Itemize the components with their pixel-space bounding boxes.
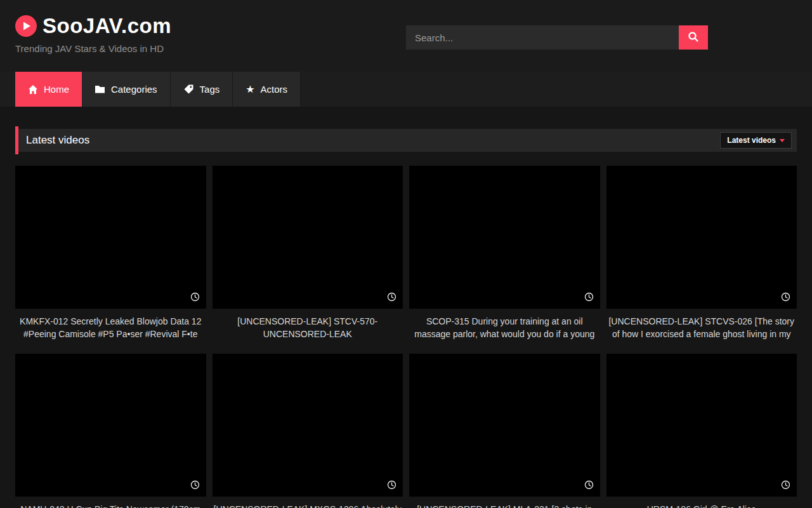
site-logo[interactable]: SooJAV.com Trending JAV Stars & Videos i…: [15, 14, 171, 54]
site-tagline: Trending JAV Stars & Videos in HD: [15, 43, 171, 54]
video-thumbnail[interactable]: [213, 166, 403, 309]
search-form: [406, 25, 708, 50]
video-card[interactable]: [UNCENSORED-LEAK] STCVS-026 [The story o…: [606, 166, 797, 340]
star-icon: ★: [246, 84, 254, 95]
search-icon: [688, 31, 699, 44]
nav-item-label: Tags: [200, 84, 220, 95]
video-thumbnail[interactable]: [213, 354, 403, 497]
main-nav: Home Categories Tags ★ Actors: [0, 72, 812, 107]
video-title[interactable]: [UNCENSORED-LEAK] MXGS-1296 Absolutely: [214, 503, 402, 508]
video-title[interactable]: [UNCENSORED-LEAK] MLA-231 [3 shots in: [410, 503, 599, 508]
clock-icon: [190, 480, 200, 492]
video-thumbnail[interactable]: [409, 354, 600, 497]
site-name: SooJAV.com: [43, 14, 171, 38]
site-header: SooJAV.com Trending JAV Stars & Videos i…: [0, 0, 812, 72]
nav-item-label: Categories: [111, 84, 157, 95]
caret-down-icon: [780, 139, 785, 142]
video-thumbnail[interactable]: [15, 354, 206, 497]
video-card[interactable]: KMKFX-012 Secretly Leaked Blowjob Data 1…: [15, 166, 206, 340]
video-card[interactable]: [UNCENSORED-LEAK] STCV-570-UNCENSORED-LE…: [213, 166, 403, 340]
section-accent-bar: [15, 126, 18, 154]
video-card[interactable]: [UNCENSORED-LEAK] MXGS-1296 Absolutely: [213, 354, 403, 508]
nav-item-label: Actors: [261, 84, 288, 95]
clock-icon: [781, 480, 790, 492]
latest-videos-section-bar: Latest videos Latest videos: [15, 129, 797, 152]
nav-item-tags[interactable]: Tags: [171, 72, 233, 107]
video-title[interactable]: [UNCENSORED-LEAK] STCVS-026 [The story o…: [608, 315, 796, 340]
sort-dropdown-label: Latest videos: [727, 136, 776, 145]
clock-icon: [387, 480, 396, 492]
video-card[interactable]: SCOP-315 During your training at an oil …: [409, 166, 600, 340]
search-button[interactable]: [679, 25, 708, 50]
section-title: Latest videos: [26, 134, 89, 147]
clock-icon: [781, 292, 790, 304]
video-title[interactable]: SCOP-315 During your training at an oil …: [410, 315, 599, 340]
video-grid: KMKFX-012 Secretly Leaked Blowjob Data 1…: [15, 166, 797, 508]
nav-item-actors[interactable]: ★ Actors: [233, 72, 301, 107]
video-card[interactable]: URSM-186 Girl @ Era Alice: [606, 354, 797, 508]
nav-item-categories[interactable]: Categories: [82, 72, 171, 107]
video-card[interactable]: [UNCENSORED-LEAK] MLA-231 [3 shots in: [409, 354, 600, 508]
video-title[interactable]: NAMH-042 H Cup Big Tits Newcomer (170cm …: [16, 503, 205, 508]
search-input[interactable]: [406, 25, 679, 50]
play-logo-icon: [15, 15, 37, 37]
clock-icon: [387, 292, 396, 304]
video-title[interactable]: KMKFX-012 Secretly Leaked Blowjob Data 1…: [16, 315, 205, 340]
sort-dropdown-button[interactable]: Latest videos: [720, 132, 792, 149]
folder-icon: [95, 84, 105, 94]
video-title[interactable]: URSM-186 Girl @ Era Alice: [608, 503, 796, 508]
video-title[interactable]: [UNCENSORED-LEAK] STCV-570-UNCENSORED-LE…: [214, 315, 402, 340]
nav-item-home[interactable]: Home: [15, 72, 82, 107]
clock-icon: [190, 292, 200, 304]
clock-icon: [584, 480, 594, 492]
clock-icon: [584, 292, 594, 304]
tag-icon: [183, 84, 194, 95]
video-thumbnail[interactable]: [606, 354, 797, 497]
video-thumbnail[interactable]: [409, 166, 600, 309]
nav-item-label: Home: [44, 84, 69, 95]
home-icon: [28, 84, 38, 95]
video-thumbnail[interactable]: [606, 166, 797, 309]
video-card[interactable]: NAMH-042 H Cup Big Tits Newcomer (170cm …: [15, 354, 206, 508]
video-thumbnail[interactable]: [15, 166, 206, 309]
